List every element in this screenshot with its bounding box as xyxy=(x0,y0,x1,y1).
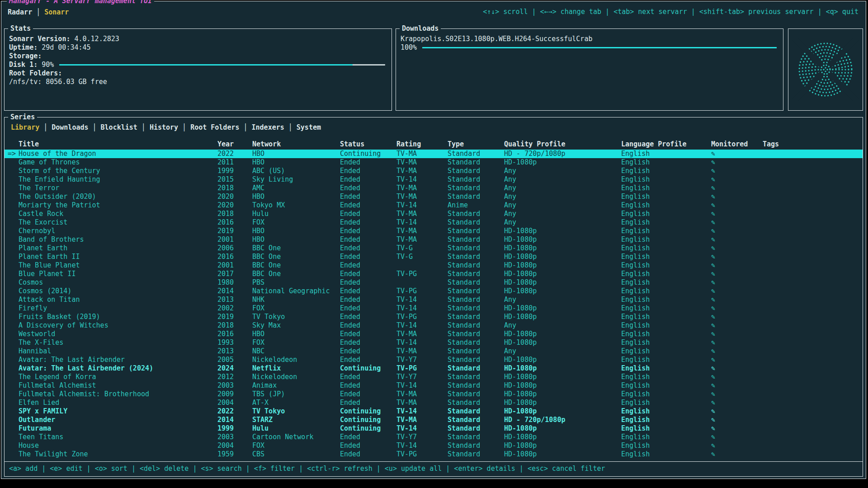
cell-status: Ended xyxy=(340,321,396,330)
table-row[interactable]: Game of Thrones 2011 HBO Ended TV-MA Sta… xyxy=(5,158,863,167)
table-row[interactable]: Hannibal 2013 NBC Ended TV-MA Standard A… xyxy=(5,347,863,356)
cell-status: Ended xyxy=(340,201,396,210)
sonarr-version-value: 4.0.12.2823 xyxy=(74,35,119,43)
tab-downloads[interactable]: Downloads xyxy=(52,123,88,132)
table-row[interactable]: The X-Files 1993 FOX Ended TV-14 Standar… xyxy=(5,338,863,347)
table-row[interactable]: Firefly 2002 FOX Ended TV-14 Standard HD… xyxy=(5,304,863,313)
table-row[interactable]: Planet Earth 2006 BBC One Ended TV-G Sta… xyxy=(5,244,863,253)
cell-language-profile: English xyxy=(621,330,711,338)
table-row[interactable]: Futurama 1999 Hulu Continuing TV-14 Stan… xyxy=(5,424,863,433)
table-row[interactable]: Avatar: The Last Airbender (2024) 2024 N… xyxy=(5,364,863,373)
table-row[interactable]: The Outsider (2020) 2020 HBO Ended TV-MA… xyxy=(5,192,863,201)
cell-title: Fullmetal Alchemist: Brotherhood xyxy=(19,390,217,399)
selection-indicator xyxy=(5,424,19,433)
table-row[interactable]: Fruits Basket (2019) 2019 TV Tokyo Ended… xyxy=(5,313,863,321)
table-row[interactable]: Chernobyl 2019 HBO Ended TV-MA Standard … xyxy=(5,227,863,235)
cell-year: 2001 xyxy=(217,235,252,244)
table-row[interactable]: Storm of the Century 1999 ABC (US) Ended… xyxy=(5,167,863,175)
cell-rating: TV-MA xyxy=(396,167,448,175)
col-year: Year xyxy=(217,140,252,149)
table-row[interactable]: House 2004 FOX Ended TV-14 Standard HD-1… xyxy=(5,441,863,450)
cell-language-profile: English xyxy=(621,227,711,235)
table-row[interactable]: Moriarty the Patriot 2020 Tokyo MX Ended… xyxy=(5,201,863,210)
table-row[interactable]: Avatar: The Last Airbender 2005 Nickelod… xyxy=(5,356,863,364)
table-row[interactable]: The Legend of Korra 2012 Nickelodeon End… xyxy=(5,373,863,381)
table-row[interactable]: Planet Earth II 2016 BBC One Ended TV-G … xyxy=(5,253,863,261)
cell-tags xyxy=(763,287,863,296)
cell-language-profile: English xyxy=(621,373,711,381)
tab-library[interactable]: Library xyxy=(11,123,39,132)
cell-quality-profile: HD-1080p xyxy=(504,278,621,287)
cell-type: Standard xyxy=(448,450,504,459)
cell-title: Castle Rock xyxy=(19,210,217,218)
cell-tags xyxy=(763,338,863,347)
table-row[interactable]: The Exorcist 2016 FOX Ended TV-14 Standa… xyxy=(5,218,863,227)
cell-title: Blue Planet II xyxy=(19,270,217,278)
selection-indicator xyxy=(5,364,19,373)
table-row[interactable]: Blue Planet II 2017 BBC One Ended TV-PG … xyxy=(5,270,863,278)
selection-indicator xyxy=(5,399,19,407)
tab-history[interactable]: History xyxy=(150,123,178,132)
cell-network: Sky Max xyxy=(252,321,340,330)
monitored-icon: ✎ xyxy=(711,347,763,356)
cell-year: 2011 xyxy=(217,158,252,167)
tab-root-folders[interactable]: Root Folders xyxy=(190,123,239,132)
cell-network: BBC One xyxy=(252,261,340,270)
cell-tags xyxy=(763,304,863,313)
cell-tags xyxy=(763,399,863,407)
cell-network: Netflix xyxy=(252,364,340,373)
cell-status: Ended xyxy=(340,158,396,167)
selection-indicator xyxy=(5,244,19,253)
tab-blocklist[interactable]: Blocklist xyxy=(101,123,137,132)
monitored-icon: ✎ xyxy=(711,330,763,338)
table-row[interactable]: Cosmos 1980 PBS Ended Standard HD-1080p … xyxy=(5,278,863,287)
cell-rating: TV-Y7 xyxy=(396,373,448,381)
cell-title: Storm of the Century xyxy=(19,167,217,175)
monitored-icon: ✎ xyxy=(711,441,763,450)
table-row[interactable]: The Terror 2018 AMC Ended TV-MA Standard… xyxy=(5,184,863,192)
table-row[interactable]: Teen Titans 2003 Cartoon Network Ended T… xyxy=(5,433,863,441)
col-title: Title xyxy=(19,140,217,149)
table-row[interactable]: Elfen Lied 2004 AT-X Ended TV-MA Standar… xyxy=(5,399,863,407)
table-row[interactable]: Cosmos (2014) 2014 National Geographic E… xyxy=(5,287,863,296)
table-row[interactable]: Outlander 2014 STARZ Continuing TV-MA St… xyxy=(5,416,863,424)
table-row[interactable]: The Enfield Haunting 2015 Sky Living End… xyxy=(5,175,863,184)
downloads-panel: Downloads Krapopolis.S02E13.1080p.WEB.H2… xyxy=(396,28,783,111)
cell-type: Standard xyxy=(448,167,504,175)
table-row[interactable]: => House of the Dragon 2022 HBO Continui… xyxy=(5,150,863,158)
tab-indexers[interactable]: Indexers xyxy=(252,123,284,132)
tab-separator: │ xyxy=(93,123,97,132)
table-row[interactable]: The Blue Planet 2001 BBC One Ended Stand… xyxy=(5,261,863,270)
cell-language-profile: English xyxy=(621,407,711,416)
selection-indicator xyxy=(5,347,19,356)
monitored-icon: ✎ xyxy=(711,253,763,261)
table-row[interactable]: Fullmetal Alchemist 2003 Animax Ended TV… xyxy=(5,381,863,390)
table-row[interactable]: Westworld 2016 HBO Ended TV-MA Standard … xyxy=(5,330,863,338)
stats-root-folder-value-line: /nfs/tv: 8056.03 GB free xyxy=(9,78,386,86)
table-row[interactable]: The Twilight Zone 1959 CBS Ended TV-PG S… xyxy=(5,450,863,459)
cell-type: Standard xyxy=(448,235,504,244)
cell-title: Westworld xyxy=(19,330,217,338)
tab-sonarr[interactable]: Sonarr xyxy=(44,8,69,17)
cell-year: 2013 xyxy=(217,296,252,304)
monitored-icon: ✎ xyxy=(711,304,763,313)
table-row[interactable]: Attack on Titan 2013 NHK Ended TV-14 Sta… xyxy=(5,296,863,304)
cell-network: Nickelodeon xyxy=(252,373,340,381)
tab-system[interactable]: System xyxy=(297,123,321,132)
cell-year: 2015 xyxy=(217,175,252,184)
download-progress-fill xyxy=(422,47,777,48)
table-row[interactable]: A Discovery of Witches 2018 Sky Max Ende… xyxy=(5,321,863,330)
col-quality-profile: Quality Profile xyxy=(504,140,621,149)
table-row[interactable]: Band of Brothers 2001 HBO Ended TV-MA St… xyxy=(5,235,863,244)
download-progress-bar xyxy=(422,47,777,48)
monitored-icon: ✎ xyxy=(711,321,763,330)
selection-indicator xyxy=(5,218,19,227)
disk-usage-bar xyxy=(59,64,385,66)
tab-radarr[interactable]: Radarr xyxy=(8,8,32,17)
table-row[interactable]: Castle Rock 2018 Hulu Ended TV-MA Standa… xyxy=(5,210,863,218)
table-row[interactable]: Fullmetal Alchemist: Brotherhood 2009 TB… xyxy=(5,390,863,399)
table-row[interactable]: SPY x FAMILY 2022 TV Tokyo Continuing TV… xyxy=(5,407,863,416)
cell-rating: TV-14 xyxy=(396,296,448,304)
monitored-icon: ✎ xyxy=(711,227,763,235)
monitored-icon: ✎ xyxy=(711,270,763,278)
